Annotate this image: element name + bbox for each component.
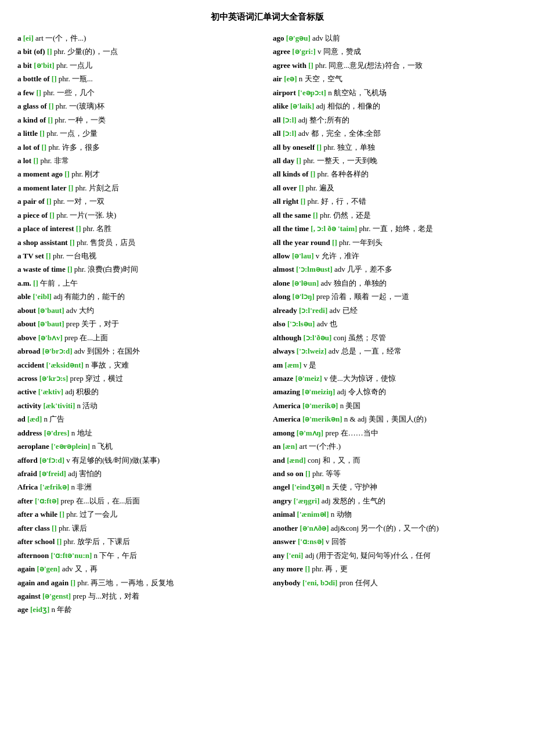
entry-def: 非常: [54, 156, 69, 165]
entry-phonetic: ['ɔ:lweiz]: [297, 347, 327, 355]
entry-phonetic: []: [70, 578, 75, 587]
entry-pos: v: [316, 251, 320, 260]
list-item: alone [ə'ləun] adv 独自的，单独的: [273, 277, 517, 289]
entry-def: 放学后，下课后: [77, 537, 130, 546]
entry-def: 有足够的(钱/时间)做(某事): [72, 456, 160, 465]
list-item: Africa ['æfrikə] n 非洲: [17, 481, 261, 493]
list-item: among [ə'mʌŋ] prep 在……当中: [273, 427, 517, 439]
entry-def: 允许，准许: [322, 251, 359, 260]
entry-def: 又，再: [75, 564, 98, 573]
list-item: an [æn] art 一(个;件.): [273, 440, 517, 452]
entry-def: 一(个;件.): [309, 442, 341, 451]
entry-word: after: [17, 496, 33, 505]
entry-word: amazing: [273, 387, 300, 396]
entry-word: age: [17, 605, 28, 614]
entry-word: a: [17, 34, 21, 42]
entry-pos: prep: [325, 429, 338, 437]
entry-pos: n: [44, 415, 48, 423]
entry-word: aeroplane: [17, 442, 49, 451]
list-item: amaze [ə'meiz] v 使...大为惊讶，使惊: [273, 372, 517, 384]
entry-pos: prep: [73, 592, 86, 600]
entry-word: always: [273, 347, 295, 355]
entry-pos: prep: [60, 496, 74, 505]
entry-pos: n: [340, 401, 344, 410]
entry-word: alike: [273, 102, 288, 110]
entry-word: air: [273, 74, 282, 83]
list-item: also ['ɔ:lsəu] adv 也: [273, 318, 517, 330]
entry-pos: conj: [334, 333, 347, 342]
entry-def: 虽然；尽管: [348, 333, 386, 342]
entry-word: a lot: [17, 156, 31, 165]
entry-word: against: [17, 592, 41, 600]
entry-pos: adj: [305, 551, 315, 560]
entry-phonetic: ['ɑ:nsə]: [298, 537, 324, 546]
entry-word: all the time: [273, 224, 309, 233]
entry-pos: pron: [340, 578, 353, 587]
entry-phonetic: [ə'brɔ:d]: [42, 347, 73, 355]
entry-def: 许多，很多: [62, 143, 100, 152]
entry-phonetic: [ə'dres]: [44, 429, 70, 437]
entry-word: answer: [273, 537, 296, 546]
entry-pos: v: [317, 47, 322, 56]
entry-phonetic: []: [52, 74, 57, 83]
entry-def: 在...上面: [80, 333, 108, 342]
entry-pos: adv: [62, 564, 73, 573]
entry-word: a waste of time: [17, 265, 66, 273]
entry-def: 美国: [345, 401, 360, 410]
entry-word: a kind of: [17, 116, 46, 124]
entry-pos: phr.: [339, 238, 351, 247]
entry-phonetic: ['æksidənt]: [46, 361, 83, 369]
list-item: almost ['ɔ:lməust] adv 几乎，差不多: [273, 263, 517, 275]
list-item: another [ə'nʌðə] adj&conj 另一个(的)，又一个(的): [273, 522, 517, 534]
entry-phonetic: ['eni]: [286, 551, 303, 560]
list-item: always ['ɔ:lweiz] adv 总是，一直，经常: [273, 345, 517, 357]
entry-phonetic: [ə'meiz]: [295, 374, 322, 383]
entry-word: and: [273, 456, 285, 465]
entry-def: 一对，一双: [67, 197, 104, 206]
entry-word: amaze: [273, 374, 293, 383]
entry-pos: adj: [65, 387, 74, 396]
entry-pos: phr.: [40, 156, 52, 165]
entry-pos: phr.: [71, 170, 83, 178]
list-item: a kind of [] phr. 一种，一类: [17, 114, 261, 126]
entry-def: 遍及: [319, 183, 334, 192]
entry-phonetic: []: [59, 510, 64, 519]
entry-def: 和，又，而: [323, 456, 360, 465]
entry-phonetic: []: [70, 238, 75, 247]
entry-word: along: [273, 292, 290, 301]
entry-phonetic: [ɔ:l]: [283, 116, 297, 124]
entry-pos: phr.: [48, 143, 60, 152]
entry-phonetic: ['eindʒəl]: [292, 483, 324, 491]
entry-def: 浪费(白费)时间: [88, 265, 138, 273]
list-item: age [eidʒ] n 年龄: [17, 603, 261, 615]
entry-phonetic: []: [299, 183, 304, 192]
entry-phonetic: [ə'gri:]: [292, 47, 315, 56]
entry-pos: v: [326, 537, 330, 546]
entry-pos: n: [92, 442, 96, 451]
entry-phonetic: []: [68, 183, 74, 192]
list-item: alike [ə'laik] adj 相似的，相像的: [273, 100, 517, 112]
entry-def: 一种，一类: [68, 116, 106, 124]
list-item: a [ei] art 一(个，件...): [17, 32, 261, 44]
entry-pos: adv: [329, 347, 340, 355]
entry-def: 发怒的，生气的: [333, 496, 385, 505]
entry-pos: adv: [320, 279, 331, 287]
entry-pos: adv: [330, 306, 341, 315]
entry-phonetic: [ə'baut]: [38, 306, 64, 315]
entry-pos: prep: [316, 292, 330, 301]
entry-phonetic: [ə'meiziŋ]: [302, 387, 335, 396]
entry-def: 再三地，一再地，反复地: [91, 578, 174, 587]
entry-phonetic: [ə'genst]: [42, 592, 71, 600]
entry-pos: phr.: [312, 469, 324, 478]
entry-pos: adj&conj: [331, 524, 359, 532]
entry-phonetic: []: [313, 211, 318, 219]
entry-def: 一台电视: [66, 251, 96, 260]
list-item: all right [] phr. 好，行，不错: [273, 195, 517, 207]
entry-word: a TV set: [17, 251, 44, 260]
entry-pos: n: [85, 361, 89, 369]
entry-phonetic: [ə'lɔŋ]: [293, 292, 315, 301]
entry-pos: phr.: [53, 197, 65, 206]
entry-def: 美国，美国人(的): [369, 415, 427, 423]
list-item: active ['æktiv] adj 积极的: [17, 386, 261, 398]
entry-pos: phr.: [77, 578, 89, 587]
